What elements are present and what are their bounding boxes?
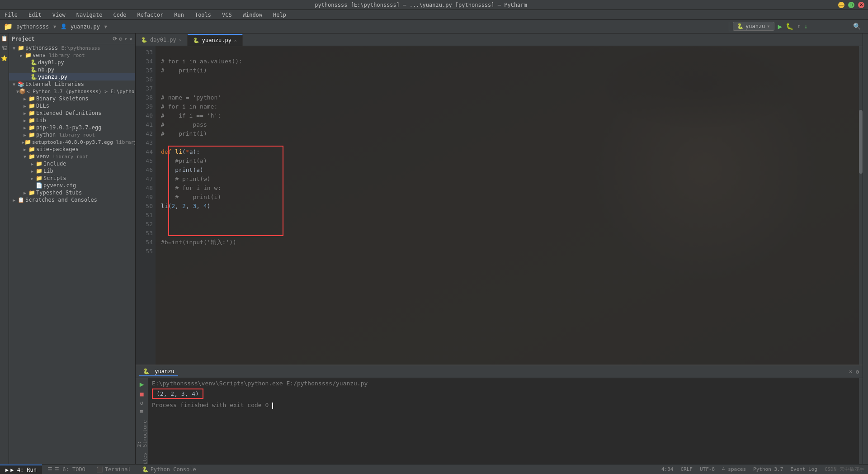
code-line-43 — [161, 138, 859, 147]
line-numbers: 3334353637 3839404142 4344454647 4849505… — [136, 46, 156, 365]
tree-binary-skeletons[interactable]: ▶ 📁 Binary Skeletons — [9, 95, 135, 102]
tree-python-lib-root[interactable]: ▶ 📁 python library root — [9, 131, 135, 138]
project-sidebar-icon[interactable]: 📋 — [1, 35, 8, 42]
code-line-41: # pass — [161, 120, 859, 129]
tree-include[interactable]: ▶ 📁 Include — [9, 160, 135, 167]
code-line-44: def li(*a): — [161, 147, 859, 156]
tree-lib[interactable]: ▶ 📁 Lib — [9, 117, 135, 124]
tree-pip[interactable]: ▶ 📁 pip-19.0.3-py3.7.egg — [9, 124, 135, 131]
favorites-sidebar-icon[interactable]: ⭐ — [1, 55, 8, 62]
tree-python37[interactable]: ▼ 📦 < Python 3.7 (pythonssss) > E:\pytho… — [9, 88, 135, 95]
close-button[interactable]: ✕ — [858, 2, 864, 8]
tree-day01[interactable]: 🐍 day01.py — [9, 59, 135, 66]
tree-setuptools[interactable]: ▶ 📁 setuptools-40.8.0-py3.7.egg library … — [9, 138, 135, 146]
settings-icon[interactable]: ⚙ — [119, 36, 122, 42]
menu-file[interactable]: File — [2, 11, 20, 19]
run-bottom-tab[interactable]: ▶ ▶ 4: Run — [0, 465, 42, 474]
minimize-button[interactable]: — — [838, 2, 844, 8]
menu-vcs[interactable]: VCS — [219, 11, 235, 19]
run-stop-button[interactable]: ■ — [140, 390, 143, 398]
tab-day01-close[interactable]: ✕ — [179, 38, 182, 43]
menu-tools[interactable]: Tools — [192, 11, 214, 19]
code-line-36 — [161, 75, 859, 84]
terminal-bottom-tab[interactable]: ⬛ Terminal — [91, 465, 137, 474]
spaces-info[interactable]: 4 spaces — [722, 466, 746, 472]
debug-button[interactable]: 🐛 — [786, 23, 793, 30]
tree-site-packages[interactable]: ▶ 📁 site-packages — [9, 146, 135, 153]
tree-venv-lib-root[interactable]: ▼ 📁 venv library root — [9, 153, 135, 160]
favorites-label[interactable]: 2: Favorites — [136, 451, 149, 464]
code-content[interactable]: # for i in aa.values(): # print(i) # nam… — [156, 46, 859, 365]
run-tab-icon: ▶ — [5, 467, 9, 473]
run-tab-label[interactable]: 🐍 yuanzu — [139, 367, 178, 376]
code-line-55 — [161, 247, 859, 256]
tree-venv-lib[interactable]: ▶ 📁 Lib — [9, 167, 135, 175]
run-play-button[interactable]: ▶ — [140, 380, 144, 389]
todo-bottom-tab[interactable]: ☰ ☰ 6: TODO — [42, 465, 91, 474]
maximize-button[interactable]: □ — [848, 2, 854, 8]
editor-area: 🐍 day01.py ✕ 🐍 yuanzu.py ✕ — [136, 33, 863, 464]
run-header-close[interactable]: ✕ — [849, 369, 852, 374]
toolbar-dropdown-arrow[interactable]: ▾ — [52, 22, 57, 31]
run-panel-scrollbar[interactable] — [859, 378, 863, 464]
gear-icon[interactable]: ▾ — [124, 36, 127, 42]
tree-yuanzu[interactable]: 🐍 yuanzu.py — [9, 73, 135, 81]
tree-pyvenv-cfg[interactable]: 📄 pyvenv.cfg — [9, 182, 135, 189]
tree-scratches-consoles[interactable]: ▶ 📋 Scratches and Consoles — [9, 196, 135, 204]
run-settings-icon[interactable]: ⚙ — [856, 369, 859, 375]
tab-yuanzu-close[interactable]: ✕ — [234, 38, 237, 43]
code-editor[interactable]: 3334353637 3839404142 4344454647 4849505… — [136, 46, 863, 365]
tab-yuanzu-label: yuanzu.py — [202, 37, 231, 43]
code-line-53 — [161, 229, 859, 238]
menu-navigate[interactable]: Navigate — [74, 11, 105, 19]
tree-external-libraries[interactable]: ▼ 📚 External Libraries — [9, 81, 135, 88]
project-dropdown[interactable]: pythonssss — [16, 24, 49, 30]
run-config-selector[interactable]: 🐍 yuanzu ▾ — [733, 22, 774, 31]
menu-edit[interactable]: Edit — [26, 11, 44, 19]
menu-view[interactable]: View — [50, 11, 68, 19]
python-console-bottom-tab[interactable]: 🐍 Python Console — [137, 465, 202, 474]
tree-scripts[interactable]: ▶ 📁 Scripts — [9, 175, 135, 182]
code-line-52 — [161, 220, 859, 229]
tree-venv[interactable]: ▶ 📁 venv library root — [9, 52, 135, 59]
menu-refactor[interactable]: Refactor — [134, 11, 166, 19]
sync-icon[interactable]: ⟳ — [113, 36, 117, 42]
left-sidebar-icons: 📋 🏗 ⭐ — [0, 33, 9, 464]
event-log[interactable]: Event Log — [790, 466, 817, 472]
run-rerun-button[interactable]: ↺ — [140, 399, 144, 406]
run-scroll-button[interactable]: ≡ — [140, 408, 144, 415]
run-finished-text: Process finished with exit code 0 — [152, 402, 269, 408]
git-update-icon[interactable]: ↓ — [804, 23, 808, 30]
git-add-icon[interactable]: ⬆ — [797, 23, 801, 30]
tree-root-pythonssss[interactable]: ▼ 📁 pythonssss E:\pythonssss — [9, 44, 135, 52]
code-line-40: # if i == 'h': — [161, 111, 859, 120]
editor-scrollbar[interactable] — [859, 46, 863, 365]
tab-yuanzu[interactable]: 🐍 yuanzu.py ✕ — [188, 34, 243, 46]
run-button[interactable]: ▶ — [778, 22, 783, 31]
run-toolbar: 🐍 yuanzu ▾ ▶ 🐛 ⬆ ↓ 🔍 — [729, 22, 864, 31]
search-everywhere-button[interactable]: 🔍 — [853, 23, 861, 30]
toolbar-user-arrow[interactable]: ▾ — [104, 22, 108, 31]
structure-sidebar-icon[interactable]: 🏗 — [2, 45, 7, 52]
tree-typeshed-stubs[interactable]: ▶ 📁 Typeshed Stubs — [9, 189, 135, 196]
tab-day01[interactable]: 🐍 day01.py ✕ — [136, 34, 188, 46]
structure-label[interactable]: 2: Structure — [136, 418, 149, 449]
charset-info[interactable]: UTF-8 — [700, 466, 715, 472]
code-line-46: print(a) — [161, 166, 859, 175]
tree-extended-definitions[interactable]: ▶ 📁 Extended Definitions — [9, 109, 135, 117]
tree-nb[interactable]: 🐍 nb.py — [9, 66, 135, 73]
status-bar-right: 4:34 CRLF UTF-8 4 spaces Python 3.7 Even… — [661, 466, 868, 473]
main-layout: 📋 🏗 ⭐ Project ⟳ ⚙ ▾ ✕ ▼ 📁 pythonssss E:\… — [0, 33, 868, 464]
line-ending: CRLF — [680, 466, 693, 472]
tab-day01-icon: 🐍 — [141, 37, 147, 43]
python-version[interactable]: Python 3.7 — [753, 466, 783, 472]
menu-code[interactable]: Code — [111, 11, 129, 19]
menu-help[interactable]: Help — [270, 11, 289, 19]
tree-dlls[interactable]: ▶ 📁 DLLs — [9, 102, 135, 109]
menu-run[interactable]: Run — [171, 11, 187, 19]
project-panel-header: Project ⟳ ⚙ ▾ ✕ — [9, 33, 135, 44]
menu-window[interactable]: Window — [240, 11, 265, 19]
toolbar-username: yuanzu.py — [71, 24, 100, 30]
code-line-49: # print(i) — [161, 193, 859, 202]
close-panel-icon[interactable]: ✕ — [129, 36, 132, 42]
